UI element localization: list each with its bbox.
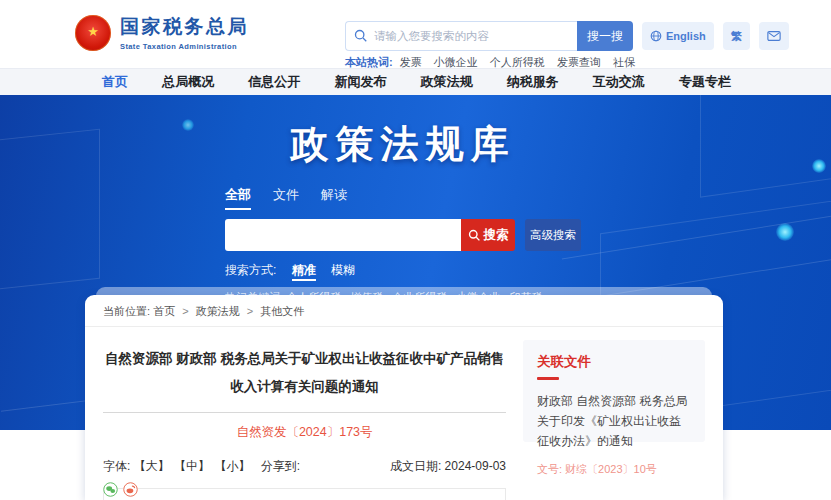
related-files-panel: 关联文件 财政部 自然资源部 税务总局关于印发《矿业权出让收益征收办法》的通知 … — [523, 340, 705, 442]
traditional-chinese-button[interactable]: 繁 — [723, 22, 750, 50]
site-title: 国家税务总局 — [120, 14, 249, 40]
content-card: 当前位置: 首页 > 政策法规 > 其他文件 自然资源部 财政部 税务总局关于矿… — [85, 295, 723, 500]
article-doc-number: 自然资发〔2024〕173号 — [103, 424, 506, 441]
banner-decoration — [700, 95, 831, 198]
breadcrumb-other-docs[interactable]: 其他文件 — [260, 305, 304, 317]
site-header: ★ 国家税务总局 State Taxation Administration 搜… — [0, 0, 831, 68]
header-search-box — [345, 21, 577, 51]
tab-interpretation[interactable]: 解读 — [321, 186, 347, 210]
related-files-title: 关联文件 — [537, 353, 691, 371]
hot-word-link[interactable]: 个人所得税 — [490, 56, 545, 68]
related-doc-number: 文号: 财综〔2023〕10号 — [537, 462, 691, 477]
search-icon — [468, 229, 481, 242]
related-doc-link[interactable]: 财政部 自然资源部 税务总局关于印发《矿业权出让收益征收办法》的通知 — [537, 392, 691, 451]
banner-glow-dot — [812, 159, 826, 173]
site-logo[interactable]: ★ 国家税务总局 State Taxation Administration — [75, 14, 249, 51]
article-meta-row: 字体: 【大】 【中】 【小】 分享到: 成文日期: 2024-09-03 — [103, 458, 506, 475]
weibo-share-icon[interactable] — [123, 482, 138, 497]
nav-item-home[interactable]: 首页 — [102, 73, 128, 91]
related-title-underline — [537, 377, 559, 380]
share-label: 分享到: — [261, 459, 300, 473]
hot-word-link[interactable]: 社保 — [613, 56, 635, 68]
policy-search-button[interactable]: 搜索 — [461, 219, 515, 251]
publish-date: 2024-09-03 — [445, 459, 506, 473]
mode-exact[interactable]: 精准 — [292, 263, 316, 281]
font-size-large[interactable]: 【大】 — [134, 459, 170, 473]
publish-date-label: 成文日期: — [390, 459, 441, 473]
site-hot-words: 本站热词: 发票 小微企业 个人所得税 发票查询 社保 — [345, 55, 644, 70]
mail-icon — [767, 30, 781, 42]
mode-fuzzy[interactable]: 模糊 — [331, 263, 355, 277]
main-nav: 首页 总局概况 信息公开 新闻发布 政策法规 纳税服务 互动交流 专题专栏 — [0, 68, 831, 95]
banner-decoration — [0, 129, 100, 292]
mail-button[interactable] — [759, 22, 789, 50]
search-mode-row: 搜索方式: 精准 模糊 — [225, 262, 581, 279]
hot-word-link[interactable]: 发票查询 — [557, 56, 601, 68]
national-emblem-icon: ★ — [75, 15, 111, 51]
hot-words-label: 本站热词: — [345, 56, 393, 68]
nav-item-overview[interactable]: 总局概况 — [162, 73, 214, 91]
nav-item-info-disclosure[interactable]: 信息公开 — [248, 73, 300, 91]
breadcrumb: 当前位置: 首页 > 政策法规 > 其他文件 — [85, 295, 723, 327]
hot-word-link[interactable]: 小微企业 — [434, 56, 478, 68]
header-search-button[interactable]: 搜一搜 — [577, 21, 633, 51]
breadcrumb-label: 当前位置: — [103, 305, 150, 317]
font-size-label: 字体: — [103, 459, 130, 473]
policy-library-title: 政策法规库 — [225, 119, 581, 170]
font-size-small[interactable]: 【小】 — [214, 459, 250, 473]
banner-glow-dot — [776, 223, 794, 241]
banner-tabs: 全部 文件 解读 — [225, 186, 581, 210]
font-size-medium[interactable]: 【中】 — [174, 459, 210, 473]
banner-glow-dot — [182, 119, 194, 131]
nav-item-interaction[interactable]: 互动交流 — [593, 73, 645, 91]
search-icon — [354, 29, 368, 43]
nav-item-tax-service[interactable]: 纳税服务 — [507, 73, 559, 91]
english-button[interactable]: English — [642, 22, 714, 50]
header-search-input[interactable] — [374, 30, 569, 42]
breadcrumb-home[interactable]: 首页 — [153, 305, 175, 317]
wechat-share-icon[interactable] — [103, 482, 118, 497]
nav-item-policy[interactable]: 政策法规 — [421, 73, 473, 91]
globe-icon — [650, 30, 662, 42]
tab-all[interactable]: 全部 — [225, 186, 251, 210]
article-body: 各省、自治区、直辖市及计划单列市自然资源主管部门、财政厅（局），新疆生产建设兵团… — [103, 488, 506, 500]
search-mode-label: 搜索方式: — [225, 263, 276, 277]
policy-search-input[interactable] — [225, 219, 461, 251]
article-title: 自然资源部 财政部 税务总局关于矿业权出让收益征收中矿产品销售收入计算有关问题的… — [103, 345, 506, 413]
nav-item-news[interactable]: 新闻发布 — [334, 73, 386, 91]
breadcrumb-policy[interactable]: 政策法规 — [196, 305, 240, 317]
nav-item-special-topics[interactable]: 专题专栏 — [679, 73, 731, 91]
site-subtitle: State Taxation Administration — [120, 42, 249, 51]
advanced-search-button[interactable]: 高级搜索 — [525, 219, 581, 251]
tab-documents[interactable]: 文件 — [273, 186, 299, 210]
hot-word-link[interactable]: 发票 — [400, 56, 422, 68]
